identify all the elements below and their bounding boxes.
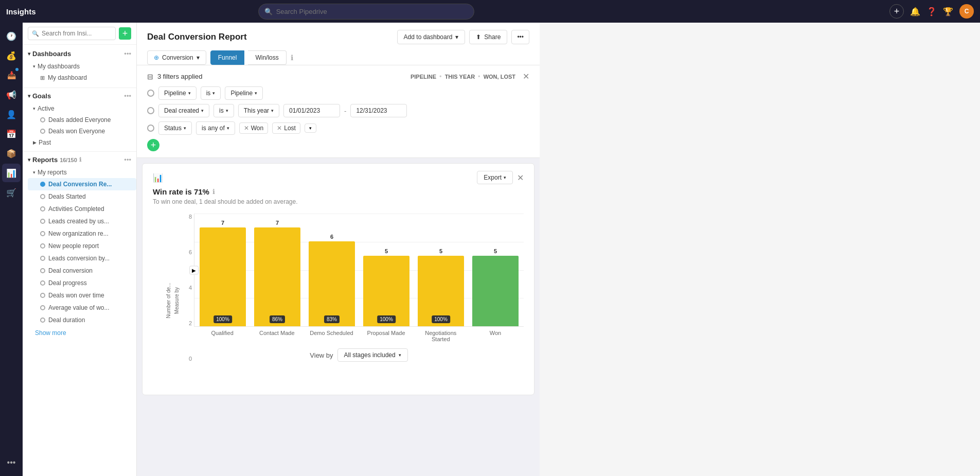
close-chart-button[interactable]: ✕ [517,173,524,183]
this-year-chevron-icon: ▾ [271,108,274,113]
avatar[interactable]: C [959,4,974,19]
x-label-contact-made: Contact Made [254,330,300,342]
close-filters-button[interactable]: ✕ [523,72,529,81]
dashboards-section-header[interactable]: ▾ Dashboards ••• [23,48,136,60]
report-item-0[interactable]: Deal Conversion Re... [28,178,136,190]
nav-icon-activity[interactable]: 🕐 [2,27,21,45]
nav-icon-insights[interactable]: 📊 [2,164,21,182]
notifications-button[interactable]: 🔔 [910,7,920,16]
nav-icon-marketplace[interactable]: 🛒 [2,183,21,202]
y-tick-0: 0 [189,356,192,362]
nav-icon-products[interactable]: 📦 [2,144,21,163]
nav-icon-contacts[interactable]: 👤 [2,105,21,124]
alerts-button[interactable]: 🏆 [943,7,953,16]
report-item-9[interactable]: Deals won over time [28,289,136,302]
chart-info-button[interactable]: ℹ [291,54,293,62]
report-item-10[interactable]: Average value of wo... [28,302,136,314]
filter-radio-1[interactable] [147,90,154,97]
past-chevron-icon: ▶ [33,140,37,145]
sidebar-add-button[interactable]: + [119,27,131,40]
nav-icon-campaigns[interactable]: 📢 [2,85,21,104]
filter-radio-2[interactable] [147,107,154,114]
reports-info-icon[interactable]: ℹ [79,156,81,163]
report-item-1[interactable]: Deals Started [28,190,136,203]
bar-contact-made: 7 86% [254,220,300,326]
help-button[interactable]: ❓ [926,7,937,16]
goals-section-header[interactable]: ▾ Goals ••• [23,90,136,102]
my-dashboard-item[interactable]: ⊞ My dashboard [28,72,136,83]
share-icon: ⬆ [476,33,481,41]
report-item-label-10: Average value of wo... [48,304,110,311]
view-by-chevron-icon: ▾ [399,352,401,358]
date-from-input[interactable] [283,104,340,117]
status-more-button[interactable]: ▾ [305,124,316,133]
export-label: Export [484,174,502,181]
deal-created-operator-select[interactable]: is ▾ [213,104,234,117]
conversion-filter-button[interactable]: ⊕ Conversion ▾ [147,50,206,65]
goals-more-icon[interactable]: ••• [124,92,131,100]
show-more-link[interactable]: Show more [23,327,136,339]
x-label-qualified: Qualified [199,330,245,342]
sidebar-search-input[interactable] [28,27,116,40]
winloss-tab-button[interactable]: Win/loss [248,50,286,65]
add-filter-button[interactable]: + [147,139,159,151]
report-dot-icon-4 [40,231,45,236]
report-item-7[interactable]: Deal conversion [28,265,136,277]
reports-section-header[interactable]: ▾ Reports 16/150 ℹ ••• [23,154,136,166]
export-button[interactable]: Export ▾ [477,171,513,184]
filter-radio-3[interactable] [147,125,154,132]
add-to-dashboard-button[interactable]: Add to dashboard ▾ [397,30,466,44]
filter-icon: ⊟ [147,73,153,81]
lost-tag-x-icon[interactable]: ✕ [277,125,282,132]
global-search-input[interactable] [258,4,474,20]
my-reports-header[interactable]: ▾ My reports [28,167,136,178]
pipeline-field-select[interactable]: Pipeline ▾ [158,86,197,100]
share-button[interactable]: ⬆ Share [469,30,507,44]
view-by-select[interactable]: All stages included ▾ [337,348,408,362]
date-to-input[interactable] [350,104,407,117]
active-label: Active [38,105,55,112]
report-item-5[interactable]: New people report [28,240,136,252]
win-rate-info-icon[interactable]: ℹ [212,188,215,196]
status-more-chevron-icon: ▾ [309,126,312,131]
reports-more-icon[interactable]: ••• [124,156,131,164]
dashboards-chevron-icon: ▾ [28,51,30,57]
report-item-4[interactable]: New organization re... [28,227,136,240]
my-dashboards-header[interactable]: ▾ My dashboards [28,61,136,72]
active-header[interactable]: ▾ Active [28,103,136,114]
deal-created-value-select[interactable]: This year ▾ [238,104,279,117]
report-item-8[interactable]: Deal progress [28,277,136,289]
lost-tag[interactable]: ✕ Lost [272,122,300,134]
deal-created-field-select[interactable]: Deal created ▾ [158,104,209,117]
status-operator-label: is any of [202,125,225,132]
status-field-select[interactable]: Status ▾ [158,121,192,135]
chart-bars-icon: 📊 [153,173,163,183]
chart-scroll-left[interactable]: ▶ [189,266,199,274]
add-button[interactable]: + [889,4,904,19]
goals-label: Goals [32,92,51,100]
bar-proposal-made: 5 100% [363,248,409,326]
report-item-6[interactable]: Leads conversion by... [28,252,136,265]
deals-added-item[interactable]: Deals added Everyone [28,114,136,126]
report-item-label-1: Deals Started [48,193,86,200]
past-header[interactable]: ▶ Past [28,137,136,148]
pipeline-value-select[interactable]: Pipeline ▾ [225,86,263,100]
goals-chevron-icon: ▾ [28,93,30,99]
app-title: Insights [6,7,47,16]
report-item-11[interactable]: Deal duration [28,314,136,326]
report-item-3[interactable]: Leads created by us... [28,215,136,227]
report-item-2[interactable]: Activities Completed [28,203,136,215]
pipeline-operator-select[interactable]: is ▾ [201,86,221,100]
funnel-tab-button[interactable]: Funnel [210,50,245,65]
won-tag[interactable]: ✕ Won [239,122,268,134]
nav-icon-calendar[interactable]: 📅 [2,125,21,143]
nav-icon-deals[interactable]: 💰 [2,46,21,65]
won-tag-x-icon[interactable]: ✕ [244,125,249,132]
nav-icon-leads[interactable]: 📥 [2,66,21,84]
deals-won-item[interactable]: Deals won Everyone [28,126,136,137]
pipeline-chip: PIPELINE [411,74,436,80]
dashboards-more-icon[interactable]: ••• [124,50,131,58]
status-operator-select[interactable]: is any of ▾ [196,121,235,135]
nav-icon-more[interactable]: ••• [2,453,21,472]
more-options-button[interactable]: ••• [511,30,529,44]
